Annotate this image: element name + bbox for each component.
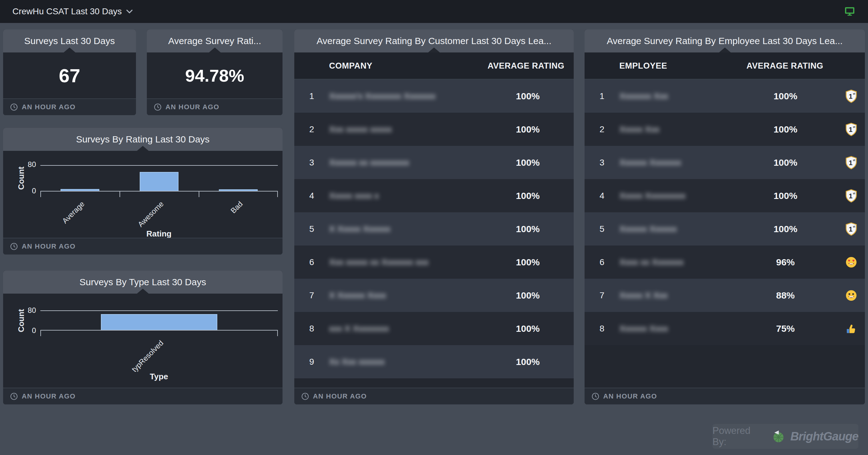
employee-row: 4Xxxxx Xxxxxxxxx100%1st xyxy=(585,179,865,212)
x-category-label: typResolved xyxy=(130,338,165,374)
heart-eyes-emoji-icon: ♥♥ xyxy=(844,256,859,268)
x-axis-tick xyxy=(40,191,41,197)
brightgauge-logo-icon xyxy=(771,429,785,444)
customer-row: 1Xxxxxx'x Xxxxxxxx Xxxxxxx100% xyxy=(294,79,574,113)
rating-value: 100% xyxy=(497,157,559,168)
x-category-label: Awesome xyxy=(136,200,165,229)
header-notch xyxy=(136,146,149,151)
redacted-name: Xx Xxx xxxxxx xyxy=(329,357,385,367)
gauge-title: Average Survey Rating By Employee Last 3… xyxy=(607,36,843,46)
clock-icon xyxy=(10,242,18,251)
rank: 2 xyxy=(594,125,610,134)
redacted-name: Xxxxx Xxxxxxxxx xyxy=(619,191,685,201)
bar-bad xyxy=(219,189,258,191)
last-updated: AN HOUR AGO xyxy=(22,242,75,251)
header-notch xyxy=(719,47,731,53)
gauge-footer: AN HOUR AGO xyxy=(3,98,136,115)
top-bar: CrewHu CSAT Last 30 Days xyxy=(0,0,868,23)
first-place-badge-icon: 1st xyxy=(844,89,859,103)
x-axis-tick xyxy=(199,191,199,197)
bar-typresolved xyxy=(101,314,217,330)
chart-area: 80 0 Count typResolved Type xyxy=(3,294,282,388)
customer-row: 3Xxxxxx xx xxxxxxxxx100% xyxy=(294,146,574,179)
svg-text:1: 1 xyxy=(849,225,852,233)
thumbs-up-emoji-icon xyxy=(844,323,859,334)
customer-row: 4Xxxxx xxxx x100% xyxy=(294,179,574,212)
gauge-header: Average Survey Rating By Employee Last 3… xyxy=(585,30,865,53)
rank: 8 xyxy=(594,324,610,334)
tv-mode-button[interactable] xyxy=(844,6,855,17)
rank: 3 xyxy=(304,158,319,168)
rank: 2 xyxy=(304,125,319,134)
gauge-footer: AN HOUR AGO xyxy=(294,388,574,404)
svg-text:st: st xyxy=(853,125,855,128)
header-notch xyxy=(209,47,221,53)
gauge-body: 94.78% xyxy=(147,53,282,98)
powered-by-brightgauge-link[interactable]: Powered By: BrightGauge xyxy=(712,424,858,449)
x-axis-tick xyxy=(277,330,278,336)
redacted-name: Xxxxxx Xxxx xyxy=(619,324,668,334)
rank: 5 xyxy=(594,224,610,234)
gauge-header: Surveys By Type Last 30 Days xyxy=(3,271,282,294)
rank: 7 xyxy=(594,291,610,300)
rating-value: 100% xyxy=(497,191,559,201)
rating-value: 100% xyxy=(497,357,559,367)
redacted-name: X Xxxxxx Xxxx xyxy=(329,291,386,300)
employee-row: 1Xxxxxxx Xxx100%1st xyxy=(585,79,865,113)
gauge-card-customer-leaderboard: Average Survey Rating By Customer Last 3… xyxy=(294,30,574,404)
chevron-down-icon xyxy=(126,9,133,14)
redacted-name: Xxxxxx xx xxxxxxxxx xyxy=(329,158,409,168)
first-place-badge-icon: 1st xyxy=(844,156,859,169)
gauge-title: Surveys By Rating Last 30 Days xyxy=(76,134,210,144)
table-rows: 1Xxxxxx'x Xxxxxxxx Xxxxxxx100%2Xxx xxxxx… xyxy=(294,79,574,388)
bar-average xyxy=(61,189,99,191)
last-updated: AN HOUR AGO xyxy=(22,392,75,400)
redacted-name: X Xxxxx Xxxxxx xyxy=(329,224,391,234)
first-place-badge-icon: 1st xyxy=(844,222,859,236)
rating-value: 100% xyxy=(754,124,816,135)
gauge-header: Average Survey Rating By Customer Last 3… xyxy=(294,30,574,53)
redacted-name: Xxxxx Xxx xyxy=(619,125,659,134)
customer-row: 2Xxx xxxxx xxxxx100% xyxy=(294,113,574,146)
x-category-label: Bad xyxy=(229,200,244,215)
redacted-name: Xxxx xx Xxxxxxx xyxy=(619,257,684,267)
dashboard: CrewHu CSAT Last 30 Days Surveys Last 30… xyxy=(0,0,868,455)
rating-value: 75% xyxy=(754,323,816,334)
rating-value: 100% xyxy=(497,323,559,334)
employee-row: 8Xxxxxx Xxxx75% xyxy=(585,312,865,345)
rating-value: 100% xyxy=(754,224,816,234)
dashboard-title: CrewHu CSAT Last 30 Days xyxy=(12,6,122,17)
rank: 4 xyxy=(304,191,319,201)
customer-row: 6Xxx xxxxx xx Xxxxxxx xxx100% xyxy=(294,246,574,279)
svg-text:1: 1 xyxy=(849,159,852,167)
gauge-title: Surveys Last 30 Days xyxy=(24,36,115,46)
redacted-name: Xxxxx xxxx x xyxy=(329,191,379,201)
table-header-row: EMPLOYEE AVERAGE RATING xyxy=(585,53,865,79)
svg-text:♥: ♥ xyxy=(848,258,850,263)
header-notch xyxy=(428,47,440,53)
customer-row: 8xxx X Xxxxxxxx100% xyxy=(294,312,574,345)
rating-value: 100% xyxy=(497,91,559,101)
gauge-footer: AN HOUR AGO xyxy=(3,238,282,255)
gauge-body: 67 xyxy=(3,53,136,98)
last-updated: AN HOUR AGO xyxy=(22,103,75,111)
svg-text:st: st xyxy=(853,225,855,228)
last-updated: AN HOUR AGO xyxy=(313,392,367,400)
column-header-employee: EMPLOYEE xyxy=(619,61,667,70)
employee-row: 3Xxxxxx Xxxxxxx100%1st xyxy=(585,146,865,179)
clock-icon xyxy=(591,392,599,400)
rank: 1 xyxy=(304,91,319,101)
rank: 1 xyxy=(594,91,610,101)
chart-area: 80 0 Count AverageAwesomeBad Rating xyxy=(3,151,282,238)
redacted-name: Xxxxxxx Xxx xyxy=(619,91,668,101)
rating-value: 100% xyxy=(754,157,816,168)
dashboard-selector[interactable]: CrewHu CSAT Last 30 Days xyxy=(12,6,133,17)
gauge-header: Surveys Last 30 Days xyxy=(3,30,136,53)
gauge-card-surveys-by-rating: Surveys By Rating Last 30 Days 80 0 Coun… xyxy=(3,128,282,255)
rating-value: 100% xyxy=(497,257,559,267)
column-header-company: COMPANY xyxy=(329,61,373,70)
redacted-name: Xxxxxx Xxxxxx xyxy=(619,224,677,234)
redacted-name: Xxxxx X Xxx xyxy=(619,291,668,300)
x-axis-title: Rating xyxy=(147,229,172,239)
x-axis-tick xyxy=(40,330,41,336)
